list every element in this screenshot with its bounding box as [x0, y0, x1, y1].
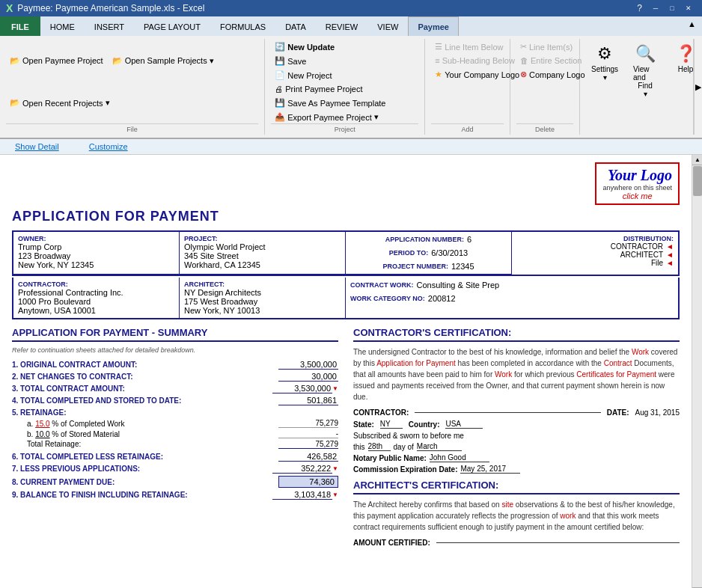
save-button[interactable]: 💾 Save	[271, 55, 338, 67]
maximize-button[interactable]: □	[665, 3, 680, 13]
contractor-label: CONTRACTOR:	[18, 281, 174, 288]
red-marker-3: ▼	[332, 385, 338, 392]
architect-cell: ARCHITECT: NY Design Architects 175 West…	[180, 278, 346, 318]
your-company-logo-button[interactable]: ★ Your Company Logo	[431, 68, 523, 81]
open-paymee-project-button[interactable]: 📂 Open Paymee Project	[6, 40, 107, 82]
new-update-button[interactable]: 🔄 New Update	[271, 40, 338, 53]
contractor-address1: 1000 Pro Boulevard	[18, 297, 174, 306]
project-label: PROJECT:	[184, 235, 341, 242]
delete-group-label: Delete	[516, 123, 573, 133]
contractor-address2: Anytown, USA 10001	[18, 306, 174, 315]
two-col-layout: APPLICATION FOR PAYMENT - SUMMARY Refer …	[12, 327, 680, 550]
project-group-items: 🔄 New Update 💾 Save 📄 New Project 🖨 Prin…	[271, 40, 418, 123]
architect-address2: New York, NY 10013	[184, 306, 341, 315]
amount-certified-field: AMOUNT CERTIFIED:	[353, 539, 680, 547]
line-item-8: 8. CURRENT PAYMENT DUE: 74,360	[12, 476, 338, 488]
work-highlight2: Work	[495, 370, 512, 379]
help-icon[interactable]: ?	[632, 1, 647, 15]
retainage-b: b. 10.0 % of Stored Material -	[27, 429, 338, 438]
logo-text: Your Logo	[608, 167, 672, 183]
show-detail-link[interactable]: Show Detail	[15, 142, 59, 151]
app-title: APPLICATION FOR PAYMENT	[12, 209, 680, 224]
period-to-value: 6/30/2013	[431, 248, 468, 257]
ribbon-collapse-icon[interactable]: ▲	[682, 16, 702, 36]
tab-home[interactable]: HOME	[40, 16, 85, 36]
settings-dropdown-icon: ▾	[603, 73, 607, 82]
minimize-button[interactable]: ─	[648, 3, 663, 13]
tab-data[interactable]: DATA	[275, 16, 316, 36]
delete-line-icon: ✂	[520, 42, 527, 52]
contractor-cert-heading: CONTRACTOR'S CERTIFICATION:	[353, 327, 680, 342]
title-bar-text: Paymee: Paymee American Sample.xls - Exc…	[17, 3, 204, 13]
scroll-thumb[interactable]	[693, 166, 702, 196]
entire-section-button[interactable]: 🗑 Entire Section	[516, 55, 589, 67]
line-item-4: 4. TOTAL COMPLETED AND STORED TO DATE: 5…	[12, 396, 338, 405]
close-button[interactable]: ✕	[681, 3, 696, 13]
contract-highlight: Contract	[604, 359, 632, 367]
open-recent-projects-button[interactable]: 📂 Open Recent Projects ▾	[6, 83, 114, 124]
notary-value: John Good	[430, 453, 489, 462]
contract-work-label: CONTRACT WORK:	[350, 281, 414, 289]
commission-value: May 25, 2017	[460, 465, 520, 474]
project-name: Olympic World Project	[184, 242, 341, 251]
dist-file: File ◄	[516, 259, 674, 267]
tab-view[interactable]: VIEW	[367, 16, 408, 36]
ribbon-tabs: FILE HOME INSERT PAGE LAYOUT FORMULAS DA…	[0, 16, 702, 36]
distribution-label: DISTRIBUTION:	[516, 235, 674, 242]
state-country-row: State: NY Country: USA	[353, 420, 680, 429]
architect-label: ARCHITECT:	[184, 281, 341, 288]
vertical-scrollbar[interactable]: ▲ ▼	[692, 155, 702, 588]
line-item-1: 1. ORIGINAL CONTRACT AMOUNT: 3,500,000	[12, 360, 338, 370]
app-highlight: Application for Payment	[376, 359, 456, 367]
work-highlight: Work	[632, 348, 649, 356]
tab-review[interactable]: REVIEW	[316, 16, 367, 36]
tab-formulas[interactable]: FORMULAS	[210, 16, 275, 36]
ribbon-group-settings: ⚙ Settings ▾ 🔍 View and Find ▾ ❓ Help	[580, 39, 694, 135]
settings-button[interactable]: ⚙ Settings ▾	[586, 40, 623, 85]
view-and-find-button[interactable]: 🔍 View and Find ▾	[626, 40, 664, 102]
save-as-icon: 💾	[275, 98, 285, 108]
date-value: Aug 31, 2015	[635, 408, 680, 417]
save-icon: 💾	[275, 56, 285, 66]
sworn-text: Subscribed & sworn to before me	[353, 432, 680, 440]
dist-contractor: CONTRACTOR ◄	[516, 242, 674, 251]
month-value: March	[417, 442, 462, 451]
dropdown-arrow-icon2: ▾	[106, 98, 110, 108]
file-group-label: File	[6, 123, 258, 133]
delete-group-items: ✂ Line Item(s) 🗑 Entire Section ⊗ Compan…	[516, 40, 573, 123]
country-value: USA	[445, 420, 483, 429]
print-icon: 🖨	[275, 85, 283, 94]
retainage-a: a. 15.0 % of Completed Work 75,279	[27, 419, 338, 428]
save-as-template-button[interactable]: 💾 Save As Paymee Template	[271, 97, 389, 109]
date-label: DATE:	[607, 408, 629, 417]
tab-insert[interactable]: INSERT	[85, 16, 134, 36]
amount-certified-label: AMOUNT CERTIFIED:	[353, 539, 430, 547]
line-items-delete-button[interactable]: ✂ Line Item(s)	[516, 40, 589, 53]
day-value: 28th	[368, 442, 391, 451]
main-area: Your Logo anywhere on this sheet click m…	[0, 155, 702, 588]
your-logo[interactable]: Your Logo anywhere on this sheet click m…	[595, 162, 680, 205]
open-sample-projects-button[interactable]: 📂 Open Sample Projects ▾	[109, 40, 218, 82]
ribbon-scroll-right[interactable]: ▶	[694, 39, 702, 135]
retainage-a-pct[interactable]: 15.0	[35, 420, 49, 428]
export-icon: 📤	[275, 112, 285, 122]
line-item-below-button[interactable]: ☰ Line Item Below	[431, 40, 523, 53]
tab-file[interactable]: FILE	[0, 16, 40, 36]
owner-address1: 123 Broadway	[18, 251, 174, 260]
customize-link[interactable]: Customize	[89, 142, 128, 151]
tab-page-layout[interactable]: PAGE LAYOUT	[134, 16, 210, 36]
show-detail-bar: Show Detail Customize	[0, 139, 702, 155]
sub-heading-below-button[interactable]: ≡ Sub-Heading Below	[431, 55, 523, 67]
app-number-cell: APPLICATION NUMBER: 6 PERIOD TO: 6/30/20…	[346, 232, 512, 275]
project-number-label: PROJECT NUMBER:	[382, 263, 448, 270]
scroll-up-button[interactable]: ▲	[692, 155, 702, 165]
tab-paymee[interactable]: Paymee	[408, 16, 459, 36]
contract-work-value: Consulting & Site Prep	[417, 281, 500, 290]
ribbon-group-file: 📂 Open Paymee Project 📂 Open Sample Proj…	[0, 39, 265, 135]
company-logo-button[interactable]: ⊗ Company Logo	[516, 68, 589, 81]
state-label: State:	[353, 420, 374, 429]
export-project-button[interactable]: 📤 Export Paymee Project ▾	[271, 111, 389, 123]
contractor-company: Professional Contracting Inc.	[18, 288, 174, 297]
new-project-button[interactable]: 📄 New Project	[271, 69, 338, 82]
print-paymee-project-button[interactable]: 🖨 Print Paymee Project	[271, 83, 389, 95]
